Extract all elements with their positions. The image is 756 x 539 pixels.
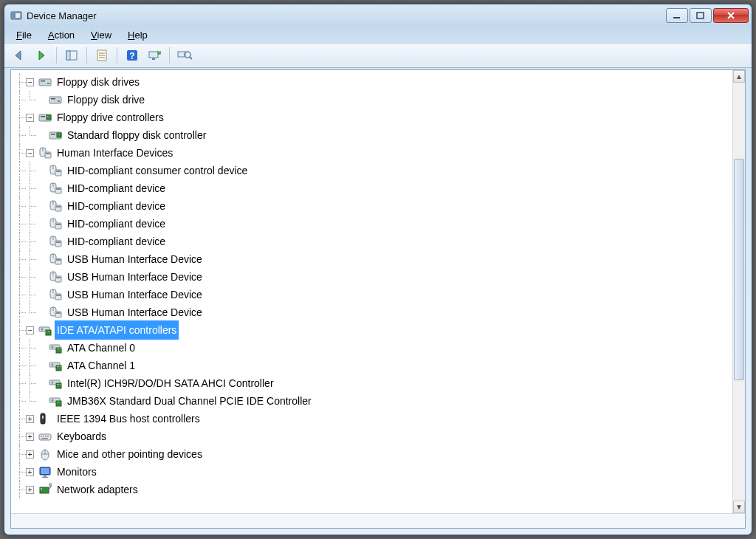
tree-item-monitors[interactable]: +Monitors bbox=[16, 463, 732, 481]
hid-icon bbox=[49, 270, 62, 284]
storage-ctrl-icon bbox=[49, 359, 62, 372]
collapse-icon[interactable]: − bbox=[26, 326, 34, 334]
menu-view[interactable]: View bbox=[83, 28, 119, 42]
tree-item-label[interactable]: Human Interface Devices bbox=[55, 143, 175, 162]
toolbar-properties-button[interactable] bbox=[92, 46, 112, 65]
menu-file[interactable]: File bbox=[9, 28, 39, 42]
toolbar-separator bbox=[117, 47, 117, 63]
title-bar[interactable]: Device Manager bbox=[4, 4, 752, 27]
tree-item-floppy_drive_1[interactable]: Floppy disk drive bbox=[16, 91, 732, 109]
tree-item-hid3[interactable]: HID-compliant device bbox=[16, 197, 732, 215]
tree-item-floppy_drives[interactable]: −Floppy disk drives bbox=[16, 73, 732, 91]
expand-icon[interactable]: + bbox=[26, 433, 34, 441]
find-icon bbox=[177, 49, 192, 62]
tree-item-hid[interactable]: −Human Interface Devices bbox=[16, 144, 732, 162]
toolbar-find-button[interactable] bbox=[174, 46, 195, 65]
tree-item-label[interactable]: ATA Channel 0 bbox=[65, 338, 137, 357]
menu-help[interactable]: Help bbox=[120, 28, 155, 42]
tree-item-label[interactable]: Floppy disk drive bbox=[65, 90, 147, 109]
client-area: −Floppy disk drivesFloppy disk drive−Flo… bbox=[10, 69, 746, 529]
tree-item-label[interactable]: IDE ATA/ATAPI controllers bbox=[55, 320, 179, 340]
tree-item-label[interactable]: Intel(R) ICH9R/DO/DH SATA AHCI Controlle… bbox=[65, 374, 276, 393]
tree-item-usbhid2[interactable]: USB Human Interface Device bbox=[16, 268, 732, 286]
floppy-drive-icon bbox=[38, 75, 52, 89]
tree-item-label[interactable]: IEEE 1394 Bus host controllers bbox=[55, 409, 202, 428]
tree-item-jmb36x[interactable]: JMB36X Standard Dual Channel PCIE IDE Co… bbox=[16, 392, 732, 410]
scroll-thumb[interactable] bbox=[734, 159, 744, 380]
toolbar-forward-button[interactable] bbox=[31, 46, 52, 65]
svg-line-17 bbox=[190, 57, 192, 59]
storage-ctrl-icon bbox=[49, 341, 62, 354]
expand-icon[interactable]: + bbox=[26, 415, 34, 423]
tree-item-floppy_ctrl[interactable]: −Floppy drive controllers bbox=[16, 109, 732, 126]
tree-item-label[interactable]: HID-compliant device bbox=[65, 196, 168, 216]
tree-item-ide[interactable]: −IDE ATA/ATAPI controllers bbox=[16, 321, 732, 339]
tree-item-usbhid4[interactable]: USB Human Interface Device bbox=[16, 303, 732, 321]
minimize-icon bbox=[673, 12, 681, 19]
tree-item-label[interactable]: Floppy drive controllers bbox=[55, 108, 166, 127]
toolbar-help-button[interactable]: ? bbox=[122, 46, 142, 65]
scroll-up-button[interactable]: ▲ bbox=[733, 70, 745, 83]
collapse-icon[interactable]: − bbox=[26, 78, 34, 86]
tree-item-std_floppy_ctrl[interactable]: Standard floppy disk controller bbox=[16, 126, 732, 144]
expand-icon[interactable]: + bbox=[26, 468, 34, 476]
menu-action[interactable]: Action bbox=[41, 28, 82, 42]
expand-icon[interactable]: + bbox=[26, 450, 34, 459]
tree-item-ata1[interactable]: ATA Channel 1 bbox=[16, 357, 732, 374]
tree-item-label[interactable]: HID-compliant device bbox=[65, 214, 168, 233]
minimize-button[interactable] bbox=[666, 8, 688, 23]
tree-item-label[interactable]: HID-compliant device bbox=[65, 179, 168, 198]
tree-item-label[interactable]: HID-compliant device bbox=[65, 232, 168, 251]
tree-item-ata0[interactable]: ATA Channel 0 bbox=[16, 339, 732, 357]
tree-item-ich9r[interactable]: Intel(R) ICH9R/DO/DH SATA AHCI Controlle… bbox=[16, 374, 732, 392]
tree-item-label[interactable]: Standard floppy disk controller bbox=[65, 126, 208, 145]
tree-item-ieee1394[interactable]: +IEEE 1394 Bus host controllers bbox=[16, 410, 732, 428]
expand-icon[interactable]: + bbox=[26, 486, 34, 494]
close-button[interactable] bbox=[713, 8, 749, 23]
collapse-icon[interactable]: − bbox=[26, 114, 34, 122]
svg-rect-14 bbox=[152, 58, 155, 60]
tree-item-label[interactable]: JMB36X Standard Dual Channel PCIE IDE Co… bbox=[65, 391, 314, 411]
maximize-button[interactable] bbox=[690, 8, 712, 23]
tree-item-keyboards[interactable]: +Keyboards bbox=[16, 428, 732, 445]
floppy-controller-icon bbox=[49, 128, 62, 142]
tree-item-usbhid3[interactable]: USB Human Interface Device bbox=[16, 286, 732, 303]
tree-item-hid5[interactable]: HID-compliant device bbox=[16, 233, 732, 250]
back-arrow-icon bbox=[13, 49, 26, 62]
toolbar-separator bbox=[169, 47, 170, 63]
tree-item-usbhid1[interactable]: USB Human Interface Device bbox=[16, 250, 732, 268]
hid-icon bbox=[49, 199, 62, 213]
toolbar-back-button[interactable] bbox=[9, 46, 30, 65]
keyboard-icon bbox=[38, 430, 52, 443]
tree-item-label[interactable]: Keyboards bbox=[55, 427, 109, 446]
device-tree[interactable]: −Floppy disk drivesFloppy disk drive−Flo… bbox=[11, 70, 732, 513]
svg-rect-2 bbox=[13, 13, 16, 18]
vertical-scrollbar[interactable]: ▲ ▼ bbox=[732, 70, 745, 513]
console-tree-icon bbox=[65, 49, 78, 62]
scroll-down-button[interactable]: ▼ bbox=[733, 501, 745, 513]
tree-item-network[interactable]: +Network adapters bbox=[16, 481, 732, 498]
hid-icon bbox=[49, 288, 62, 301]
tree-item-hid4[interactable]: HID-compliant device bbox=[16, 215, 732, 233]
tree-item-label[interactable]: Mice and other pointing devices bbox=[55, 444, 205, 464]
tree-item-label[interactable]: ATA Channel 1 bbox=[65, 356, 137, 375]
tree-item-label[interactable]: Monitors bbox=[55, 462, 99, 481]
tree-item-hid1[interactable]: HID-compliant consumer control device bbox=[16, 162, 732, 179]
svg-rect-3 bbox=[673, 17, 680, 18]
window-controls bbox=[666, 8, 749, 23]
svg-text:?: ? bbox=[129, 51, 134, 61]
svg-rect-13 bbox=[149, 52, 158, 58]
tree-item-hid2[interactable]: HID-compliant device bbox=[16, 179, 732, 197]
collapse-icon[interactable]: − bbox=[26, 149, 34, 157]
toolbar-scan-button[interactable] bbox=[144, 46, 165, 65]
tree-item-label[interactable]: USB Human Interface Device bbox=[65, 250, 205, 269]
tree-item-label[interactable]: USB Human Interface Device bbox=[65, 267, 205, 286]
toolbar-show-hide-button[interactable] bbox=[61, 46, 82, 65]
network-icon bbox=[38, 483, 52, 496]
tree-item-label[interactable]: HID-compliant consumer control device bbox=[65, 161, 250, 180]
tree-item-label[interactable]: USB Human Interface Device bbox=[65, 303, 205, 322]
tree-item-label[interactable]: Network adapters bbox=[55, 480, 140, 499]
tree-item-label[interactable]: Floppy disk drives bbox=[55, 72, 142, 92]
tree-item-label[interactable]: USB Human Interface Device bbox=[65, 285, 205, 304]
tree-item-mice[interactable]: +Mice and other pointing devices bbox=[16, 445, 732, 463]
